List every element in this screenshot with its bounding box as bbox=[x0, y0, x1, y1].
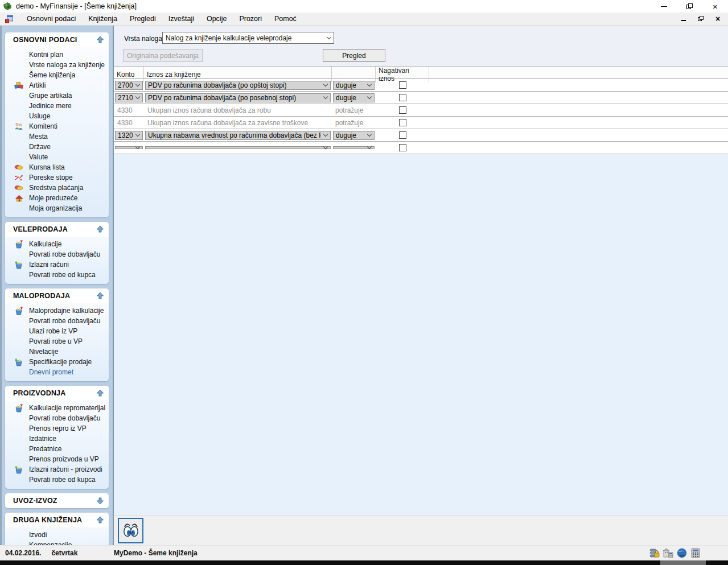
konto-combo[interactable]: 2710 bbox=[115, 93, 143, 102]
vrsta-naloga-combobox[interactable]: Nalog za knjiženje kalkulacije veleproda… bbox=[162, 32, 334, 44]
collapse-up-arrow-icon[interactable] bbox=[95, 515, 105, 525]
sidebar-item-kalkulacije[interactable]: Kalkulacije bbox=[5, 239, 109, 249]
sidebar-item-prenos-proizvoda-u-vp[interactable]: Prenos proizvoda u VP bbox=[5, 454, 109, 464]
chevron-down-icon[interactable] bbox=[133, 147, 142, 149]
menu-prozori[interactable]: Prozori bbox=[233, 13, 268, 24]
chevron-down-icon[interactable] bbox=[320, 97, 330, 98]
chevron-down-icon[interactable] bbox=[364, 134, 374, 136]
menu-osnovni-podaci[interactable]: Osnovni podaci bbox=[20, 13, 82, 24]
pregled-button[interactable]: Pregled bbox=[323, 49, 385, 62]
sidebar-item-vp-povrati-od-kupca[interactable]: Povrati robe od kupca bbox=[5, 270, 109, 280]
iznos-combo[interactable]: PDV po računima dobavljača (po opštoj st… bbox=[145, 81, 331, 90]
negativan-iznos-checkbox[interactable] bbox=[399, 81, 406, 89]
section-header-veleprodaja[interactable]: VELEPRODAJA bbox=[5, 222, 109, 237]
konto-combo[interactable]: 1320 bbox=[115, 131, 143, 140]
mdi-restore-button[interactable] bbox=[696, 15, 705, 23]
chevron-down-icon[interactable] bbox=[133, 97, 142, 98]
collapse-up-arrow-icon[interactable] bbox=[95, 35, 105, 45]
sidebar-item-sredstva-placanja[interactable]: Sredstva plaćanja bbox=[5, 183, 109, 193]
sidebar-item-nivelacije[interactable]: Nivelacije bbox=[5, 347, 109, 357]
collapse-up-arrow-icon[interactable] bbox=[95, 389, 105, 398]
konto-combo[interactable]: 2700 bbox=[115, 81, 143, 90]
globe-icon[interactable] bbox=[676, 547, 688, 559]
sidebar-item-artikli[interactable]: Artikli bbox=[5, 80, 109, 90]
sidebar-item-specifikacije-prodaje[interactable]: Specifikacije prodaje bbox=[5, 357, 109, 367]
mdi-minimize-button[interactable] bbox=[679, 15, 688, 23]
calculator-icon[interactable] bbox=[689, 547, 702, 559]
chevron-down-icon[interactable] bbox=[320, 84, 330, 86]
sidebar-item-dnevni-promet[interactable]: Dnevni promet bbox=[5, 367, 109, 377]
section-header-osnovni-podaci[interactable]: OSNOVNI PODACI bbox=[5, 32, 109, 47]
iznos-combo[interactable]: PDV po računima dobavljača (po posebnoj … bbox=[145, 93, 331, 102]
menu-pomoc[interactable]: Pomoć bbox=[268, 13, 303, 24]
mdi-close-button[interactable]: × bbox=[713, 15, 722, 23]
sidebar-item-izvodi[interactable]: Izvodi bbox=[5, 530, 109, 540]
sidebar-item-kontni-plan[interactable]: Kontni plan bbox=[5, 50, 109, 60]
sidebar-item-poreske-stope[interactable]: Poreske stope bbox=[5, 172, 109, 183]
sidebar-item-ulazi-robe-iz-vp[interactable]: Ulazi robe iz VP bbox=[5, 326, 109, 336]
chevron-down-icon[interactable] bbox=[133, 84, 142, 86]
iznos-combo[interactable] bbox=[145, 146, 331, 149]
collapse-up-arrow-icon[interactable] bbox=[95, 225, 105, 234]
sidebar-item-jedinice-mere[interactable]: Jedinice mere bbox=[5, 101, 109, 111]
office-icon[interactable] bbox=[662, 547, 674, 559]
chevron-down-icon[interactable] bbox=[364, 147, 374, 149]
negativan-iznos-checkbox[interactable] bbox=[399, 131, 406, 139]
sidebar-item-komitenti[interactable]: Komitenti bbox=[5, 121, 109, 131]
chevron-down-icon[interactable] bbox=[133, 134, 142, 136]
iznos-combo[interactable]: Ukupna nabavna vrednost po računima doba… bbox=[145, 131, 331, 140]
sidebar-item-vrste-naloga[interactable]: Vrste naloga za knjiženje bbox=[5, 60, 109, 70]
chevron-down-icon[interactable] bbox=[364, 84, 374, 86]
sidebar-item-kompenzacije[interactable]: Kompenzacije bbox=[5, 540, 109, 545]
menu-izvestaji[interactable]: Izveštaji bbox=[162, 13, 200, 24]
expand-down-arrow-icon[interactable] bbox=[95, 496, 105, 506]
chevron-down-icon[interactable] bbox=[364, 97, 374, 98]
sidebar-item-moje-preduzece[interactable]: Moje preduzeće bbox=[5, 193, 109, 203]
close-button[interactable]: × bbox=[702, 0, 728, 13]
sidebar-item-izlazni-racuni[interactable]: Izlazni računi bbox=[5, 259, 109, 270]
sidebar-item-pr-povrati-od-kupca[interactable]: Povrati robe od kupca bbox=[5, 475, 109, 485]
sidebar-item-kalkulacije-repromaterijal[interactable]: Kalkulacije repromaterijal bbox=[5, 403, 109, 413]
sidebar-item-mp-povrati-dobavljacu[interactable]: Povrati robe dobavljaču bbox=[5, 316, 109, 326]
database-lock-icon[interactable] bbox=[648, 547, 661, 559]
chevron-down-icon[interactable] bbox=[320, 147, 330, 149]
menu-pregledi[interactable]: Pregledi bbox=[124, 13, 162, 24]
menu-knjizenja[interactable]: Knjiženja bbox=[82, 13, 124, 24]
eyes-logo-button[interactable] bbox=[118, 518, 143, 543]
sidebar-item-valute[interactable]: Valute bbox=[5, 152, 109, 162]
minimize-button[interactable] bbox=[651, 0, 677, 13]
negativan-iznos-checkbox[interactable] bbox=[399, 94, 406, 101]
smer-combo[interactable]: duguje bbox=[333, 131, 375, 140]
sidebar-item-povrati-robe-u-vp[interactable]: Povrati robe u VP bbox=[5, 336, 109, 347]
negativan-iznos-checkbox[interactable] bbox=[399, 106, 406, 114]
section-header-proizvodnja[interactable]: PROIZVODNJA bbox=[5, 386, 109, 401]
sidebar-item-seme-knjizenja[interactable]: Šeme knjiženja bbox=[5, 70, 109, 80]
sidebar-item-izlazni-racuni-proizvodi[interactable]: Izlazni računi - proizvodi bbox=[5, 464, 109, 475]
sidebar-item-usluge[interactable]: Usluge bbox=[5, 111, 109, 121]
smer-combo[interactable]: duguje bbox=[333, 93, 375, 102]
chevron-down-icon[interactable] bbox=[324, 37, 334, 39]
sidebar-item-izdatnice[interactable]: Izdatnice bbox=[5, 434, 109, 444]
restore-button[interactable] bbox=[677, 0, 702, 13]
negativan-iznos-checkbox[interactable] bbox=[399, 144, 406, 151]
sidebar-item-maloprodajne-kalkulacije[interactable]: Maloprodajne kalkulacije bbox=[5, 306, 109, 316]
originalna-podesavanja-button[interactable]: Originalna podešavanja bbox=[123, 49, 203, 62]
sidebar-item-mesta[interactable]: Mesta bbox=[5, 131, 109, 142]
sidebar-item-grupe-artikala[interactable]: Grupe artikala bbox=[5, 90, 109, 101]
section-header-uvoz-izvoz[interactable]: UVOZ-IZVOZ bbox=[5, 493, 109, 508]
sidebar-item-vp-povrati-dobavljacu[interactable]: Povrati robe dobavljaču bbox=[5, 249, 109, 259]
negativan-iznos-checkbox[interactable] bbox=[399, 119, 406, 126]
smer-combo[interactable]: duguje bbox=[333, 81, 375, 90]
sidebar-item-prenos-repro-iz-vp[interactable]: Prenos repro iz VP bbox=[5, 423, 109, 434]
chevron-down-icon[interactable] bbox=[320, 134, 330, 136]
menu-opcije[interactable]: Opcije bbox=[200, 13, 233, 24]
collapse-up-arrow-icon[interactable] bbox=[95, 291, 105, 301]
sidebar-item-drzave[interactable]: Države bbox=[5, 142, 109, 152]
sidebar-item-kursna-lista[interactable]: Kursna lista bbox=[5, 162, 109, 172]
sidebar-item-predatnice[interactable]: Predatnice bbox=[5, 444, 109, 454]
section-header-druga-knjizenja[interactable]: DRUGA KNJIŽENJA bbox=[5, 513, 109, 527]
sidebar-item-pr-povrati-dobavljacu[interactable]: Povrati robe dobavljaču bbox=[5, 413, 109, 423]
smer-combo[interactable] bbox=[333, 146, 375, 149]
konto-combo[interactable] bbox=[115, 146, 143, 149]
sidebar-item-moja-organizacija[interactable]: Moja organizacija bbox=[5, 203, 109, 213]
